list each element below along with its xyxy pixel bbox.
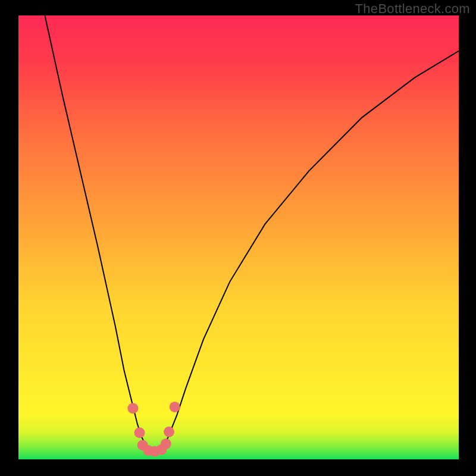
marker-dot bbox=[134, 427, 145, 438]
chart-svg bbox=[18, 15, 459, 459]
marker-dot bbox=[170, 402, 180, 412]
gradient-background bbox=[18, 15, 459, 459]
chart-frame: TheBottleneck.com bbox=[0, 0, 476, 476]
plot-area bbox=[18, 15, 459, 459]
marker-dot bbox=[127, 403, 138, 414]
marker-dot bbox=[161, 439, 171, 449]
watermark-text: TheBottleneck.com bbox=[355, 1, 470, 17]
marker-dot bbox=[164, 427, 174, 437]
